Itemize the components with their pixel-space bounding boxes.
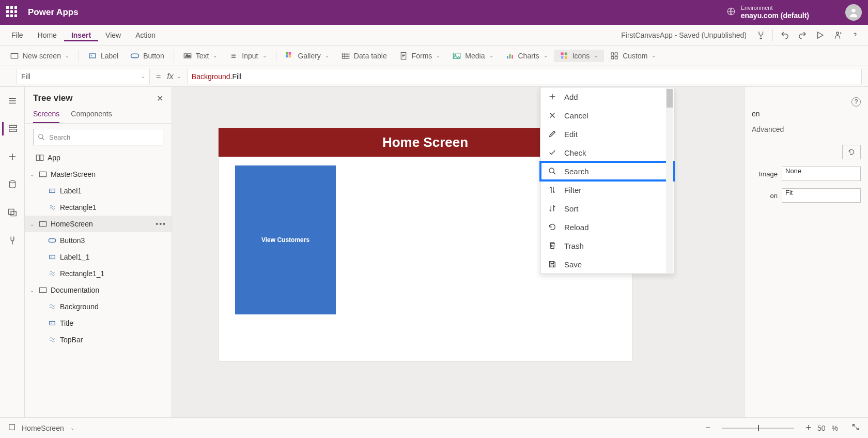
menu-item-reload[interactable]: Reload <box>540 218 674 236</box>
new-screen-button[interactable]: New screen⌄ <box>4 50 75 62</box>
status-screen-name[interactable]: HomeScreen <box>22 424 64 432</box>
zoom-slider[interactable] <box>722 428 794 429</box>
rail-hamburger-icon[interactable] <box>2 94 23 108</box>
svg-point-20 <box>564 52 567 55</box>
menu-item-add[interactable]: Add <box>540 87 674 106</box>
tab-screens[interactable]: Screens <box>33 107 59 123</box>
properties-panel: ? en Advanced Image None on Fit <box>744 87 868 417</box>
label-icon <box>48 252 57 262</box>
menu-item-cancel[interactable]: Cancel <box>540 106 674 125</box>
equals-sign: = <box>156 72 161 81</box>
media-button[interactable]: Media⌄ <box>446 50 499 62</box>
image-select[interactable]: None <box>782 167 861 181</box>
svg-rect-27 <box>9 129 17 131</box>
menu-action[interactable]: Action <box>128 29 163 41</box>
chevron-down-icon: ⌄ <box>141 73 145 79</box>
icons-button[interactable]: Icons⌄ <box>554 50 604 62</box>
custom-button[interactable]: Custom⌄ <box>604 50 662 62</box>
svg-rect-24 <box>611 56 614 59</box>
rail-treeview-icon[interactable] <box>2 122 23 135</box>
menu-item-edit[interactable]: Edit <box>540 125 674 143</box>
search-icon <box>548 167 557 176</box>
plus-icon <box>548 92 557 101</box>
tree-item-rect11[interactable]: Rectangle1_1 <box>25 265 172 282</box>
user-avatar[interactable] <box>845 4 862 21</box>
charts-button[interactable]: Charts⌄ <box>500 50 554 62</box>
formula-input[interactable]: Background.Fill <box>187 69 862 84</box>
formula-bar: Fill ⌄ = fx⌄ Background.Fill <box>0 66 868 87</box>
tree-item-homescreen[interactable]: ⌄HomeScreen••• <box>25 216 172 232</box>
property-selector[interactable]: Fill ⌄ <box>17 69 150 84</box>
fit-to-screen-icon[interactable] <box>851 423 860 433</box>
menu-item-save[interactable]: Save <box>540 255 674 274</box>
tree-item-topbar[interactable]: TopBar <box>25 331 172 348</box>
redo-icon[interactable] <box>794 26 811 44</box>
tree-search-input[interactable]: Search <box>33 129 163 145</box>
close-icon[interactable]: ✕ <box>157 94 163 103</box>
tree-item-label1[interactable]: Label1 <box>25 183 172 199</box>
svg-rect-32 <box>36 155 39 161</box>
button-button[interactable]: Button <box>125 50 170 62</box>
rail-media-icon[interactable] <box>2 206 23 219</box>
environment-selector[interactable]: Environment enayu.com (default) <box>741 5 809 20</box>
menu-item-filter[interactable]: Filter <box>540 180 674 199</box>
position-select[interactable]: Fit <box>782 188 861 203</box>
chevron-down-icon[interactable]: ⌄ <box>70 425 74 431</box>
screen-icon <box>38 219 48 229</box>
tree-item-title[interactable]: Title <box>25 315 172 331</box>
left-rail <box>0 87 25 417</box>
more-icon[interactable]: ••• <box>156 220 166 228</box>
menu-item-check[interactable]: Check <box>540 143 674 162</box>
screen-checkbox-icon[interactable] <box>8 424 16 432</box>
datatable-button[interactable]: Data table <box>335 50 393 62</box>
menu-file[interactable]: File <box>4 29 30 41</box>
app-checker-icon[interactable] <box>752 26 769 44</box>
svg-rect-21 <box>564 56 567 58</box>
screen-icon <box>10 52 19 60</box>
gallery-button[interactable]: Gallery⌄ <box>280 50 335 62</box>
share-icon[interactable] <box>829 26 846 44</box>
rail-data-icon[interactable] <box>2 178 23 191</box>
refresh-icon[interactable] <box>842 145 861 159</box>
tree-item-button3[interactable]: Button3 <box>25 232 172 249</box>
tab-components[interactable]: Components <box>71 107 112 123</box>
undo-icon[interactable] <box>776 26 794 44</box>
tree-item-masterscreen[interactable]: ⌄MasterScreen <box>25 166 172 183</box>
rectangle-icon <box>48 203 57 212</box>
zoom-in-icon[interactable]: + <box>805 422 811 433</box>
help-icon[interactable]: ? <box>851 97 861 107</box>
tree-item-documentation[interactable]: ⌄Documentation <box>25 282 172 298</box>
svg-rect-5 <box>131 54 139 58</box>
svg-rect-33 <box>40 155 43 161</box>
screen-icon <box>38 170 48 179</box>
text-button[interactable]: Abc Text⌄ <box>177 50 224 62</box>
help-icon[interactable] <box>846 26 864 44</box>
canvas-area[interactable]: Home Screen View Customers Add Cancel Ed… <box>172 87 868 417</box>
tree-item-label11[interactable]: Label1_1 <box>25 249 172 265</box>
menu-view[interactable]: View <box>98 29 128 41</box>
svg-rect-25 <box>615 56 618 59</box>
dropdown-scrollbar[interactable] <box>666 88 673 273</box>
preview-icon[interactable] <box>811 26 829 44</box>
tree-item-background[interactable]: Background <box>25 298 172 315</box>
tree-item-rectangle1[interactable]: Rectangle1 <box>25 199 172 216</box>
forms-button[interactable]: Forms⌄ <box>393 50 447 62</box>
menu-item-sort[interactable]: Sort <box>540 199 674 218</box>
screen-icon <box>38 285 48 295</box>
tree-item-app[interactable]: App <box>25 149 172 166</box>
input-button[interactable]: Input⌄ <box>223 50 272 62</box>
rail-insert-icon[interactable] <box>2 150 23 163</box>
menu-item-search[interactable]: Search <box>540 162 674 180</box>
rail-tools-icon[interactable] <box>2 234 23 247</box>
canvas-tile-view-customers[interactable]: View Customers <box>235 165 336 314</box>
menu-home[interactable]: Home <box>30 29 64 41</box>
save-icon <box>548 260 557 269</box>
app-launcher-icon[interactable] <box>6 6 19 19</box>
button-icon <box>131 52 139 60</box>
menu-item-trash[interactable]: Trash <box>540 236 674 255</box>
label-button[interactable]: Label <box>82 50 125 62</box>
menu-insert[interactable]: Insert <box>64 29 98 41</box>
properties-tab-advanced[interactable]: Advanced <box>752 125 784 133</box>
svg-rect-36 <box>39 221 46 226</box>
zoom-out-icon[interactable]: − <box>705 422 711 433</box>
